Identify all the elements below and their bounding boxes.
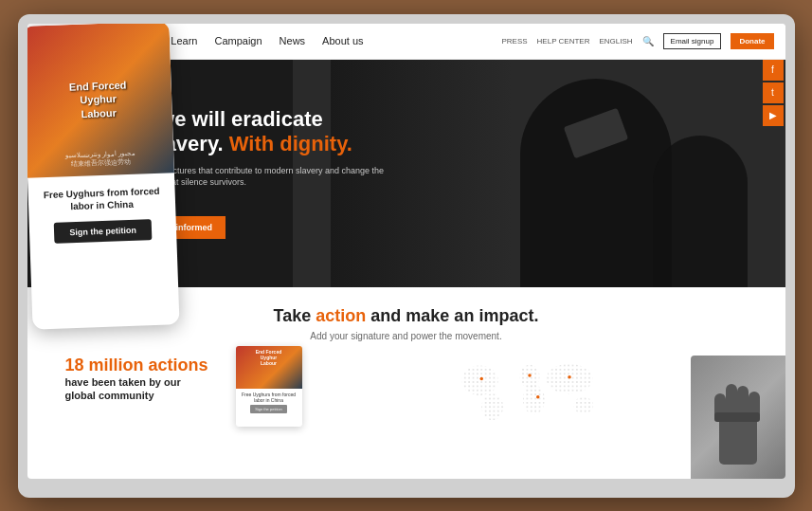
map-card-text: Free Uyghurs from forced labor in China (240, 392, 298, 403)
map-card-img-text: End ForcedUyghurLabour (239, 349, 299, 366)
petition-card-subtext: مجبور اموار ونترینسلاسیو结束维吾尔强迫劳动 (27, 148, 174, 170)
youtube-icon[interactable]: ▶ (763, 105, 784, 126)
svg-point-1 (461, 365, 498, 395)
map-card-image: End ForcedUyghurLabour (236, 346, 302, 389)
action-content: 18 million actions have been taken by ou… (27, 356, 785, 422)
hero-title-accent: With dignity. (229, 132, 352, 155)
sign-petition-button[interactable]: Sign the petition (53, 219, 151, 244)
search-icon[interactable]: 🔍 (642, 36, 654, 46)
map-card: End ForcedUyghurLabour Free Uyghurs from… (236, 346, 302, 427)
nav-learn[interactable]: Learn (171, 35, 197, 46)
petition-card: End ForcedUyghurLabour مجبور اموار ونتری… (27, 24, 180, 330)
screen: FREEDOM UNITED LET'S END MODERN SLAVERY … (27, 24, 785, 479)
facebook-icon[interactable]: f (763, 60, 784, 81)
nav-campaign[interactable]: Campaign (214, 35, 262, 46)
email-signup-button[interactable]: Email signup (663, 33, 722, 49)
action-subtitle: Add your signature and power the movemen… (27, 331, 785, 341)
svg-point-8 (528, 374, 532, 377)
nav-news[interactable]: News (280, 35, 306, 46)
svg-point-9 (568, 375, 571, 379)
petition-card-title: End ForcedUyghurLabour (68, 78, 127, 120)
petition-card-image: End ForcedUyghurLabour مجبور اموار ونتری… (27, 24, 174, 178)
fist-image (691, 356, 785, 479)
stats-number: 18 million actions (65, 356, 217, 375)
press-link[interactable]: PRESS (501, 37, 527, 46)
map-card-sign-button[interactable]: Sign the petition (250, 405, 287, 413)
stats-description: have been taken by ourglobal community (65, 375, 217, 403)
map-area: End ForcedUyghurLabour Free Uyghurs from… (236, 356, 748, 422)
svg-point-4 (523, 384, 545, 414)
nav-about[interactable]: About us (322, 35, 363, 46)
raised-fist-icon (700, 365, 776, 469)
svg-point-10 (536, 395, 540, 399)
action-title-part2: and make an impact. (370, 306, 538, 325)
petition-card-body-title: Free Uyghurs from forced labor in China (39, 184, 164, 213)
twitter-icon[interactable]: t (763, 82, 784, 103)
svg-point-7 (479, 376, 483, 380)
language-selector[interactable]: ENGLISH (599, 37, 632, 46)
laptop-frame: FREEDOM UNITED LET'S END MODERN SLAVERY … (18, 14, 795, 498)
svg-point-6 (573, 396, 593, 413)
nav-links: Learn Campaign News About us (171, 35, 363, 46)
nav-right: PRESS HELP CENTER ENGLISH 🔍 Email signup… (501, 33, 773, 49)
action-title-accent: action (316, 306, 366, 325)
action-title-part1: Take (274, 306, 312, 325)
fist-visual (691, 356, 785, 479)
stats-area: 18 million actions have been taken by ou… (65, 356, 217, 403)
world-map-dots (444, 356, 615, 422)
social-sidebar: f t ▶ (763, 60, 785, 126)
map-card-body: Free Uyghurs from forced labor in China … (236, 389, 302, 416)
donate-button[interactable]: Donate (731, 33, 773, 49)
help-center-link[interactable]: HELP CENTER (537, 37, 590, 46)
svg-rect-16 (714, 412, 760, 422)
svg-point-2 (481, 393, 503, 420)
petition-card-body: Free Uyghurs from forced labor in China … (27, 173, 177, 255)
